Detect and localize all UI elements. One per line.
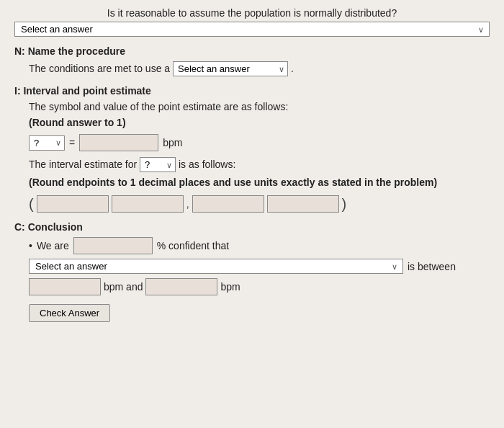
interval-input4[interactable] (267, 195, 339, 213)
conclusion-select[interactable]: Select an answer (29, 259, 403, 274)
top-question-text: Is it reasonable to assume the populatio… (14, 7, 490, 19)
percent-confident-text: % confident that (157, 240, 229, 251)
equals-sign: = (69, 137, 75, 148)
section-i-round-note2: (Round endpoints to 1 decimal places and… (29, 177, 490, 188)
section-i-round-note: (Round answer to 1) (29, 117, 490, 128)
section-n-select[interactable]: Select an answer (173, 61, 288, 76)
bpm-and-text: bpm and (104, 281, 143, 293)
section-n-select-wrapper: Select an answer (173, 61, 288, 76)
bpm-low-input[interactable] (29, 278, 101, 295)
top-select-wrapper: Select an answer (14, 22, 490, 37)
interval-input3[interactable] (192, 195, 264, 213)
section-c-content: • We are % confident that Select an answ… (14, 237, 490, 322)
top-section: Is it reasonable to assume the populatio… (14, 7, 490, 37)
section-n-content: The conditions are met to use a Select a… (14, 61, 490, 76)
section-i-header: I: Interval and point estimate (14, 85, 490, 97)
is-between-row: Select an answer is between (29, 259, 490, 274)
symbol-select-wrapper: ? (29, 135, 65, 151)
interval-text-line: The interval estimate for ? is as follow… (29, 157, 490, 172)
is-between-text: is between (408, 261, 456, 272)
interval-inputs-row: ( , ) (29, 195, 490, 213)
bpm-label1: bpm (163, 137, 182, 148)
we-are-text: We are (37, 240, 69, 251)
section-i-estimate-row: ? = bpm (29, 134, 490, 151)
bpm-range-row: bpm and bpm (29, 278, 490, 295)
section-c-header: C: Conclusion (14, 221, 490, 233)
section-n-text-line: The conditions are met to use a Select a… (29, 61, 490, 76)
section-n-text: The conditions are met to use a (29, 63, 170, 74)
confidence-input[interactable] (73, 237, 153, 254)
interval-pre: The interval estimate for (29, 159, 137, 170)
bpm-label2: bpm (220, 281, 240, 293)
open-paren: ( (29, 196, 34, 213)
symbol-select[interactable]: ? (29, 135, 65, 151)
bpm-high-input[interactable] (145, 278, 217, 295)
interval-post: is as follows: (179, 159, 235, 170)
period: . (291, 63, 294, 74)
interval-symbol-select[interactable]: ? (140, 157, 176, 172)
we-are-row: • We are % confident that (29, 237, 490, 254)
section-n-header: N: Name the procedure (14, 45, 490, 57)
top-select-dropdown[interactable]: Select an answer (14, 22, 490, 37)
interval-input1[interactable] (37, 195, 109, 213)
interval-input2[interactable] (112, 195, 184, 213)
point-estimate-input[interactable] (79, 134, 158, 151)
bullet-symbol: • (29, 240, 32, 251)
interval-symbol-wrapper: ? (140, 157, 176, 172)
close-paren: ) (342, 196, 347, 213)
section-i-content: The symbol and value of the point estima… (14, 101, 490, 213)
conclusion-select-full-wrapper: Select an answer (29, 259, 403, 274)
section-i-line1: The symbol and value of the point estima… (29, 101, 490, 112)
comma-sep: , (186, 198, 189, 210)
check-answer-button[interactable]: Check Answer (29, 304, 110, 322)
